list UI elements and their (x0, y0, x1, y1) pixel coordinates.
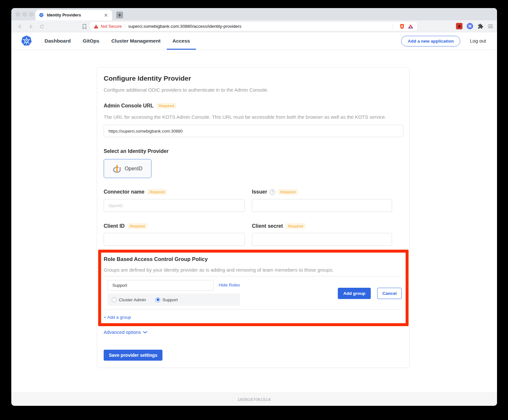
openid-provider-tile[interactable]: OpenID (104, 159, 151, 178)
tab-strip: Identity Providers (11, 8, 497, 20)
add-group-button[interactable]: Add group (338, 288, 371, 299)
url-text[interactable]: superci.somebigbank.com:30880/access/ide… (128, 24, 393, 29)
radio-selected-icon (155, 297, 160, 302)
window-controls (16, 12, 34, 16)
reload-button[interactable] (38, 23, 45, 30)
select-identity-provider-label: Select an Identity Provider (104, 148, 169, 154)
issuer-input[interactable] (252, 199, 392, 212)
role-label: Cluster Admin (119, 297, 146, 302)
required-badge: Required (128, 223, 147, 229)
kubernetes-favicon-icon (39, 13, 44, 18)
role-radio-cluster-admin[interactable]: Cluster Admin (112, 297, 146, 302)
back-button[interactable] (16, 23, 23, 30)
tab-close-icon[interactable] (103, 12, 109, 18)
required-badge: Required (147, 189, 167, 195)
cancel-button[interactable]: Cancel (377, 288, 402, 299)
issuer-label: Issuer (252, 189, 267, 195)
chevron-down-icon (143, 331, 147, 334)
browser-window: Identity Providers Not Secure (11, 8, 497, 406)
logout-link[interactable]: Log out (470, 38, 486, 44)
kubernetes-logo-icon[interactable] (20, 35, 33, 48)
client-id-input[interactable] (104, 233, 245, 246)
client-secret-input[interactable] (252, 233, 392, 246)
brave-rewards-triangle-icon[interactable] (408, 24, 413, 29)
app-footer: 1609167061514 (11, 393, 497, 406)
openid-logo-icon (113, 164, 122, 174)
extensions-puzzle-icon[interactable] (477, 23, 483, 29)
divider (104, 276, 401, 276)
toolbar-extensions: M (456, 23, 493, 29)
zoom-window-button[interactable] (29, 12, 34, 16)
rbac-subtitle: Groups are defined by your identity prov… (104, 267, 334, 273)
warning-triangle-icon (94, 24, 98, 29)
save-provider-settings-button[interactable]: Save provider settings (104, 350, 162, 361)
role-radio-support[interactable]: Support (155, 297, 178, 302)
nav-access[interactable]: Access (172, 32, 190, 50)
required-badge: Required (157, 103, 176, 109)
client-secret-label: Client secret (252, 223, 283, 229)
required-badge: Required (278, 189, 298, 195)
roles-row: Cluster Admin Support (108, 294, 240, 306)
forward-button[interactable] (27, 23, 34, 30)
client-id-label: Client ID (104, 223, 125, 229)
advanced-options-toggle[interactable]: Advanced options (104, 330, 147, 335)
nav-cluster-management[interactable]: Cluster Management (111, 32, 161, 50)
close-window-button[interactable] (16, 12, 20, 16)
role-label: Support (162, 297, 178, 302)
admin-console-url-label: Admin Console URL (104, 103, 154, 109)
admin-console-url-input[interactable] (104, 125, 403, 137)
main-nav: Dashboard GitOps Cluster Management Acce… (45, 32, 190, 50)
divider (104, 309, 401, 310)
browser-toolbar: Not Secure superci.somebigbank.com:30880… (11, 20, 497, 32)
page-content: Configure Identity Provider Configure ad… (11, 50, 497, 393)
nav-gitops[interactable]: GitOps (83, 32, 99, 50)
issuer-help-icon[interactable]: ? (270, 189, 275, 195)
browser-menu-icon[interactable] (488, 24, 493, 29)
add-a-group-link[interactable]: + Add a group (104, 315, 131, 320)
connector-name-input[interactable] (104, 199, 245, 212)
radio-unselected-icon (112, 297, 117, 302)
tab-title: Identity Providers (47, 13, 103, 17)
rbac-annotation-highlight: Role Based Access Control Group Policy G… (98, 250, 409, 326)
divider (125, 24, 125, 29)
profile-avatar[interactable]: M (467, 23, 473, 29)
hide-roles-link[interactable]: Hide Roles (219, 283, 240, 287)
footer-timestamp: 1609167061514 (238, 397, 271, 402)
app-header: Dashboard GitOps Cluster Management Acce… (11, 32, 497, 50)
nav-dashboard[interactable]: Dashboard (45, 32, 71, 50)
new-tab-button[interactable] (116, 12, 123, 18)
divider (393, 24, 393, 29)
add-new-application-button[interactable]: Add a new application (401, 36, 460, 46)
security-warning-label[interactable]: Not Secure (101, 24, 122, 29)
admin-console-url-help: The URL for accessing the KOTS Admin Con… (104, 114, 386, 120)
minimize-window-button[interactable] (23, 12, 27, 16)
advanced-options-label: Advanced options (104, 330, 141, 335)
required-badge: Required (286, 223, 306, 229)
address-bar[interactable]: Not Secure superci.somebigbank.com:30880… (90, 22, 417, 31)
group-name-input[interactable] (108, 280, 213, 291)
identity-provider-card: Configure Identity Provider Configure ad… (97, 67, 410, 368)
brave-shield-icon[interactable] (399, 24, 405, 29)
browser-tab[interactable]: Identity Providers (36, 10, 112, 20)
connector-name-label: Connector name (104, 189, 144, 195)
extension-icon[interactable] (456, 23, 462, 29)
openid-option-label: OpenID (125, 166, 142, 172)
page-subtitle: Configure additional ODIC providers to a… (104, 87, 268, 93)
rbac-title: Role Based Access Control Group Policy (104, 256, 208, 262)
page-title: Configure Identity Provider (104, 75, 191, 82)
bookmark-icon[interactable] (81, 23, 88, 30)
